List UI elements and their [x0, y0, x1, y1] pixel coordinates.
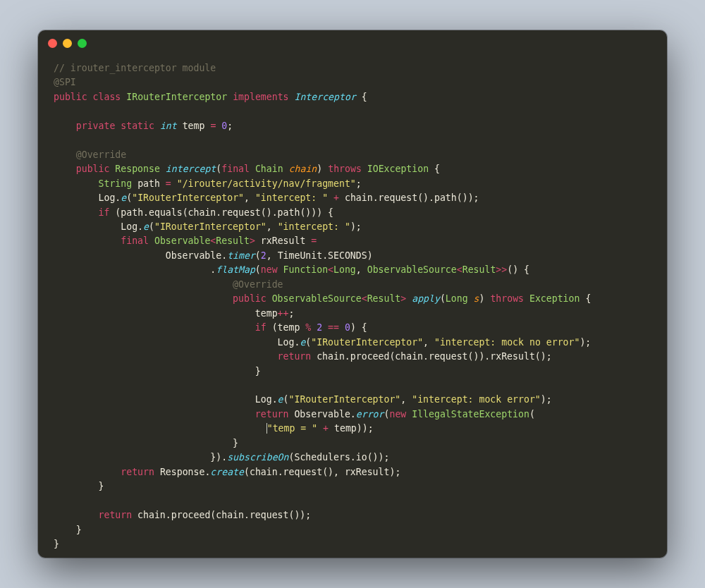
kw: final: [121, 235, 149, 246]
brace: }: [233, 438, 238, 448]
fn: apply: [406, 293, 440, 304]
indent: [54, 192, 99, 203]
indent: [54, 423, 266, 434]
indent: [54, 394, 255, 405]
paren: }).: [210, 452, 227, 463]
fn: subscribeOn: [227, 452, 288, 463]
indent: [54, 164, 76, 174]
kw: throws: [484, 293, 524, 304]
kw: return: [255, 409, 289, 419]
op: =: [204, 121, 221, 131]
pname: chain: [289, 164, 317, 174]
indent: [54, 467, 121, 477]
dot: .: [137, 221, 143, 232]
str: "IRouterInterceptor": [132, 192, 244, 203]
type: Result: [462, 264, 496, 275]
paren: (: [266, 322, 278, 333]
fn: error: [356, 409, 384, 419]
indent: [54, 293, 233, 304]
indent: [54, 178, 99, 189]
kw: public: [233, 293, 266, 304]
paren: ) {: [350, 322, 367, 333]
op: <: [362, 293, 367, 304]
indent: [54, 481, 99, 491]
expr: chain.proceed(chain.request()).rxResult(…: [311, 351, 551, 362]
type: Response: [115, 164, 160, 174]
str: "intercept: ": [255, 192, 328, 203]
zoom-icon[interactable]: [78, 39, 87, 48]
kw: return: [121, 467, 154, 477]
fn: create: [210, 467, 244, 477]
type: IllegalStateException: [406, 409, 529, 419]
obj: Log: [255, 394, 272, 405]
type: IOException: [367, 164, 429, 174]
indent: [54, 322, 255, 333]
indent: [54, 409, 255, 419]
comma: ,: [266, 250, 278, 261]
indent: [54, 525, 76, 535]
semi: ;: [288, 308, 294, 319]
kw: public: [76, 164, 110, 174]
op: >: [250, 235, 255, 246]
ident: path: [137, 178, 160, 189]
indent: [54, 207, 99, 218]
type: Result: [367, 293, 401, 304]
paren: () {: [507, 264, 529, 275]
paren: );: [350, 221, 362, 232]
indent: [54, 351, 278, 362]
ident: rxResult: [255, 235, 305, 246]
expr: chain.proceed(chain.request());: [132, 510, 311, 520]
arg: TimeUnit.SECONDS: [278, 250, 367, 261]
indent: [54, 452, 210, 463]
str: "intercept: mock no error": [434, 337, 580, 348]
cls: Observable: [294, 409, 350, 419]
brace: {: [429, 164, 440, 174]
indent: [54, 337, 278, 348]
expr: path.equals(chain.request().path()): [121, 207, 317, 218]
fn: intercept: [166, 164, 216, 174]
kw: if: [255, 322, 266, 333]
code-annotation: @SPI: [54, 77, 76, 87]
type: Exception: [524, 293, 580, 304]
type: Result: [216, 235, 250, 246]
comma: ,: [400, 394, 412, 405]
fn: e: [278, 394, 283, 405]
num: 2: [311, 322, 322, 333]
type: Observable: [154, 235, 210, 246]
paren: );: [389, 467, 400, 477]
code-area[interactable]: // irouter_interceptor module @SPI publi…: [38, 56, 667, 558]
kw: return: [99, 510, 133, 520]
args: chain.request(), rxResult: [250, 467, 390, 477]
fn: flatMap: [216, 264, 255, 275]
str: "intercept: ": [278, 221, 350, 232]
code-comment: // irouter_interceptor module: [54, 63, 216, 73]
brace: {: [580, 293, 591, 304]
str: "intercept: mock error": [412, 394, 541, 405]
close-icon[interactable]: [48, 39, 57, 48]
annot: @Override: [233, 279, 283, 290]
paren: );: [468, 192, 479, 203]
ptype: Chain: [255, 164, 283, 174]
paren: ) {: [317, 207, 333, 218]
indent: [54, 149, 76, 160]
iface: Interceptor: [294, 92, 355, 102]
ident: temp: [334, 423, 357, 434]
op: <: [328, 264, 333, 275]
arg: Schedulers.io(): [294, 452, 378, 463]
kw: return: [278, 351, 312, 362]
kw: new: [261, 264, 278, 275]
indent: [54, 121, 76, 131]
window-titlebar: [38, 30, 667, 56]
str: "IRouterInterceptor": [289, 394, 401, 405]
type: String: [99, 178, 133, 189]
indent: [54, 264, 210, 275]
minimize-icon[interactable]: [63, 39, 72, 48]
type: Long: [446, 293, 468, 304]
paren: ): [367, 250, 373, 261]
dot: .: [272, 394, 278, 405]
num: 2: [261, 250, 266, 261]
brace: }: [99, 481, 104, 491]
kw: final: [221, 164, 250, 174]
op: ++: [278, 308, 289, 319]
str: "IRouterInterceptor": [311, 337, 423, 348]
